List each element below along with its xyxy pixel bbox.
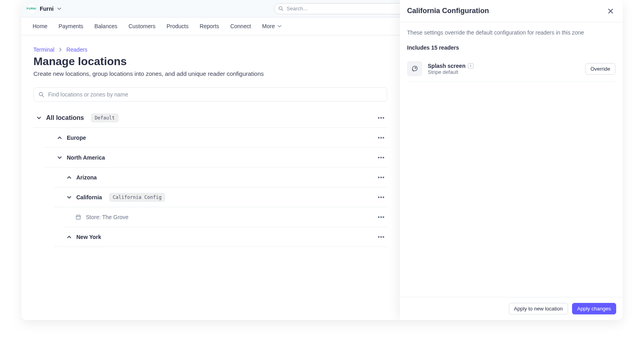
svg-point-4: [415, 67, 416, 68]
chevron-down-icon: [57, 6, 62, 11]
setting-title: Splash screen: [428, 63, 466, 69]
panel-note: These settings override the default conf…: [407, 29, 615, 36]
nav-customers[interactable]: Customers: [128, 23, 155, 29]
info-icon[interactable]: i: [468, 63, 473, 69]
nav-more-label: More: [262, 23, 275, 29]
tree-row-label: North America: [67, 154, 105, 161]
config-panel: California Configuration These settings …: [400, 0, 623, 320]
svg-line-1: [282, 10, 283, 11]
nav-more[interactable]: More: [262, 23, 282, 29]
locations-tree: All locations Default ••• Europe ••• Nor…: [33, 108, 387, 247]
search-icon: [39, 92, 44, 97]
chevron-down-icon[interactable]: [36, 116, 42, 120]
tree-row-all-locations[interactable]: All locations Default •••: [33, 108, 387, 128]
row-menu-button[interactable]: •••: [378, 194, 385, 200]
apply-new-location-button[interactable]: Apply to new location: [509, 303, 568, 314]
row-menu-button[interactable]: •••: [378, 234, 385, 240]
chevron-right-icon: [58, 48, 62, 52]
nav-balances[interactable]: Balances: [95, 23, 118, 29]
chevron-down-icon[interactable]: [66, 195, 72, 200]
tree-row-north-america[interactable]: North America •••: [45, 148, 387, 168]
svg-line-3: [42, 95, 43, 96]
tree-row-europe[interactable]: Europe •••: [45, 128, 387, 148]
row-menu-button[interactable]: •••: [378, 154, 385, 161]
store-icon: [76, 214, 81, 220]
brand-name: Furni: [40, 6, 54, 12]
row-menu-button[interactable]: •••: [378, 135, 385, 141]
chevron-down-icon: [277, 24, 282, 29]
close-button[interactable]: [606, 6, 615, 16]
row-menu-button[interactable]: •••: [378, 115, 385, 121]
tree-row-label: New York: [76, 234, 101, 240]
nav-connect[interactable]: Connect: [230, 23, 251, 29]
chevron-up-icon[interactable]: [66, 175, 72, 180]
override-button[interactable]: Override: [585, 63, 615, 75]
row-menu-button[interactable]: •••: [378, 174, 385, 181]
account-switcher[interactable]: FURNI Furni: [26, 4, 62, 14]
setting-splash-screen: Splash screen i Stripe default Override: [407, 56, 615, 81]
nav-products[interactable]: Products: [167, 23, 188, 29]
tree-row-label: All locations: [46, 114, 84, 121]
tree-row-label: Europe: [67, 135, 86, 141]
chevron-up-icon[interactable]: [66, 235, 72, 239]
tree-row-new-york[interactable]: New York •••: [54, 227, 387, 247]
locations-search[interactable]: [33, 87, 387, 102]
config-tag-california: California Config: [109, 193, 165, 202]
chevron-down-icon[interactable]: [56, 155, 63, 160]
tree-row-label: Store: The Grove: [86, 214, 128, 220]
apply-changes-button[interactable]: Apply changes: [572, 303, 616, 314]
breadcrumb-readers[interactable]: Readers: [66, 46, 87, 53]
rocket-icon: [407, 61, 422, 76]
panel-title: California Configuration: [407, 7, 606, 15]
brand-logo: FURNI: [26, 4, 37, 14]
tree-row-label: California: [76, 194, 102, 200]
tree-row-california[interactable]: California California Config •••: [54, 187, 387, 207]
panel-includes: Includes 15 readers: [407, 44, 615, 51]
locations-search-input[interactable]: [48, 91, 382, 98]
row-menu-button[interactable]: •••: [378, 214, 385, 220]
breadcrumb-terminal[interactable]: Terminal: [33, 46, 54, 53]
search-icon: [278, 6, 283, 11]
setting-subtitle: Stripe default: [428, 69, 580, 75]
global-search-input[interactable]: [287, 6, 402, 12]
chevron-up-icon[interactable]: [56, 135, 63, 140]
nav-reports[interactable]: Reports: [200, 23, 219, 29]
nav-home[interactable]: Home: [33, 23, 47, 29]
tree-row-store-the-grove[interactable]: Store: The Grove •••: [64, 207, 387, 227]
tree-row-arizona[interactable]: Arizona •••: [54, 168, 387, 187]
config-tag-default: Default: [91, 114, 118, 122]
global-search[interactable]: [274, 3, 406, 14]
tree-row-label: Arizona: [76, 174, 97, 181]
nav-payments[interactable]: Payments: [58, 23, 83, 29]
